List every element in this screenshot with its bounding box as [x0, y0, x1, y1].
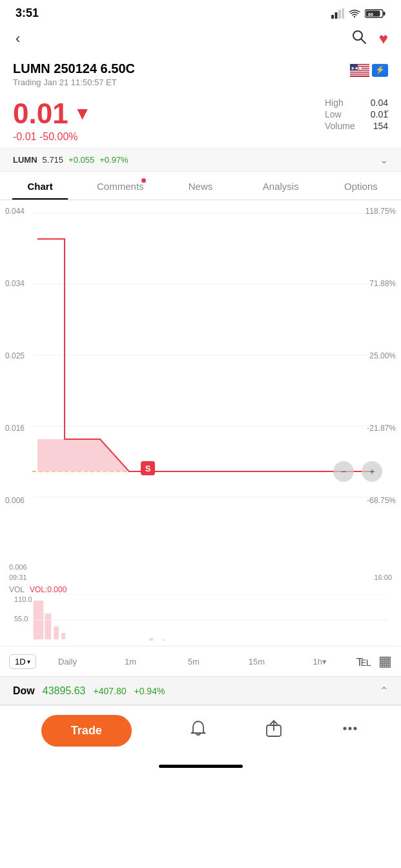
time-1d-button[interactable]: 1D ▾ — [9, 654, 36, 669]
price-change: -0.01 -50.00% — [13, 131, 91, 143]
y-label-1-right: 71.88% — [369, 279, 396, 288]
svg-text:S: S — [145, 464, 151, 473]
time-1h-button[interactable]: 1h▾ — [288, 654, 351, 669]
low-label: Low — [325, 109, 356, 119]
vol-level-high: 110.0 — [14, 595, 32, 603]
tab-analysis[interactable]: Analysis — [241, 172, 321, 200]
volume-label: Volume — [325, 121, 356, 131]
hlv-section: High 0.04 Low 0.01 Volume 154 ⌄ — [298, 98, 388, 131]
tab-chart[interactable]: Chart — [0, 172, 80, 200]
bell-icon[interactable] — [189, 719, 208, 743]
volume-row: Volume 154 — [325, 121, 388, 131]
tab-news[interactable]: News — [160, 172, 240, 200]
tab-comments[interactable]: Comments — [80, 172, 160, 200]
nav-right-buttons: ♥ — [351, 28, 388, 49]
lumn-price: 5.715 — [43, 155, 64, 165]
time-close: 16:00 — [374, 574, 392, 581]
svg-rect-16 — [350, 75, 369, 76]
svg-rect-34 — [54, 626, 59, 639]
hlv-chevron-icon[interactable]: ⌄ — [382, 103, 391, 115]
y-label-3-right: -21.87% — [367, 424, 396, 433]
grid-icon[interactable]: ▦ — [378, 653, 392, 670]
chart-type-icons: ℡ ▦ — [356, 653, 392, 670]
svg-point-44 — [354, 727, 357, 730]
status-icons: 66 — [331, 8, 386, 19]
y-label-0-right: 118.75% — [365, 207, 396, 216]
svg-rect-37 — [162, 639, 165, 641]
high-label: High — [325, 98, 356, 108]
status-time: 3:51 — [15, 6, 39, 20]
time-15m-button[interactable]: 15m — [225, 654, 289, 669]
y-label-1-left: 0.034 — [5, 279, 25, 288]
vol-level-mid: 55.0 — [14, 615, 28, 623]
svg-rect-0 — [331, 15, 334, 19]
top-nav: ‹ ♥ — [0, 24, 401, 56]
time-1m-button[interactable]: 1m — [99, 654, 162, 669]
ticker-chevron-icon: ⌃ — [380, 685, 388, 697]
lumn-chevron-icon[interactable]: ⌄ — [380, 154, 388, 166]
vol-header: VOL VOL:0.000 — [9, 585, 392, 594]
svg-rect-15 — [350, 73, 369, 74]
price-value: 0.01 — [13, 98, 68, 130]
tab-news-label: News — [189, 181, 213, 192]
time-open: 09:31 — [9, 574, 27, 581]
svg-rect-33 — [45, 614, 51, 639]
share-icon[interactable] — [264, 719, 283, 743]
more-icon[interactable] — [340, 719, 360, 743]
y-label-2-left: 0.025 — [5, 351, 25, 360]
home-indicator — [0, 760, 401, 772]
trade-button[interactable]: Trade — [41, 715, 132, 747]
favorite-button[interactable]: ♥ — [379, 30, 388, 48]
svg-rect-3 — [342, 8, 345, 19]
tab-bar: Chart Comments News Analysis Options — [0, 172, 401, 200]
chart-svg: S − + — [0, 200, 401, 562]
candlestick-icon[interactable]: ℡ — [356, 653, 372, 670]
bottom-nav: Trade — [0, 705, 401, 760]
lumn-change2: +0.97% — [99, 155, 128, 165]
time-5m-label: 5m — [188, 657, 200, 666]
svg-rect-2 — [338, 10, 341, 19]
time-controls: 1D ▾ Daily 1m 5m 15m 1h▾ ℡ ▦ — [0, 646, 401, 676]
chart-time-labels: 0.006 — [0, 562, 401, 572]
bottom-ticker[interactable]: Dow 43895.63 +407.80 +0.94% ⌃ — [0, 676, 401, 705]
tab-analysis-label: Analysis — [263, 181, 299, 192]
wifi-icon — [348, 8, 361, 19]
svg-rect-1 — [335, 12, 338, 19]
time-15m-label: 15m — [249, 657, 265, 666]
time-dropdown-icon: ▾ — [27, 658, 30, 665]
svg-rect-35 — [61, 633, 65, 639]
stock-title: LUMN 250124 6.50C — [13, 61, 135, 76]
svg-text:−: − — [341, 466, 346, 477]
time-5m-button[interactable]: 5m — [162, 654, 225, 669]
svg-point-42 — [344, 727, 347, 730]
ticker-name: Dow — [13, 685, 35, 697]
svg-text:+: + — [369, 466, 375, 477]
vol-value: VOL:0.000 — [30, 585, 67, 594]
tab-options[interactable]: Options — [321, 172, 401, 200]
tab-dot-icon — [141, 178, 146, 183]
chart-time-start: 0.006 — [9, 563, 27, 571]
back-button[interactable]: ‹ — [13, 28, 23, 50]
search-button[interactable] — [351, 28, 367, 49]
status-bar: 3:51 66 — [0, 0, 401, 24]
chart-time-labels2: 09:31 16:00 — [0, 572, 401, 583]
ticker-change1: +407.80 — [94, 686, 127, 696]
vol-label: VOL — [9, 585, 25, 594]
battery-icon: 66 — [365, 8, 386, 19]
ticker-change2: +0.94% — [134, 686, 165, 696]
lumn-change1: +0.055 — [68, 155, 94, 165]
flag-icons: ★★★ ⚡ — [350, 64, 388, 77]
chart-container: 0.044 0.034 0.025 0.016 0.006 118.75% 71… — [0, 200, 401, 646]
tab-chart-label: Chart — [28, 181, 53, 192]
price-direction-icon: ▼ — [74, 103, 92, 124]
volume-value: 154 — [362, 121, 388, 131]
bolt-icon: ⚡ — [372, 64, 388, 77]
stock-subtitle: Trading Jan 21 11:50:57 ET — [13, 78, 135, 87]
y-label-3-left: 0.016 — [5, 424, 25, 433]
price-left: 0.01 ▼ -0.01 -50.00% — [13, 98, 91, 143]
us-flag-icon: ★★★ — [350, 64, 369, 77]
vol-svg — [9, 594, 392, 646]
time-daily-button[interactable]: Daily — [36, 654, 99, 669]
svg-text:★★★: ★★★ — [351, 66, 362, 70]
chart-area[interactable]: 0.044 0.034 0.025 0.016 0.006 118.75% 71… — [0, 200, 401, 562]
